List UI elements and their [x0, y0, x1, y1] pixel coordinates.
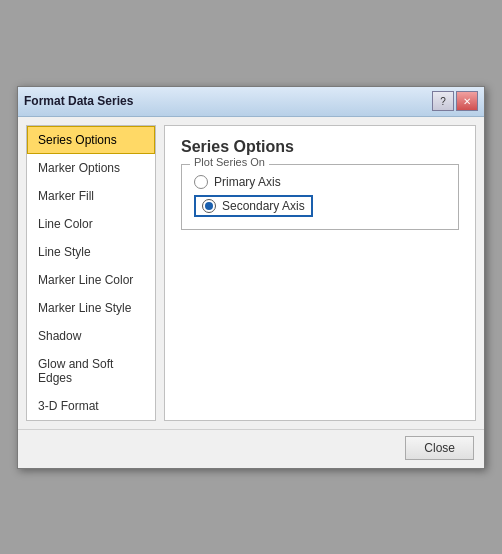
right-content-panel: Series Options Plot Series On Primary Ax…: [164, 125, 476, 421]
title-bar-buttons: ? ✕: [432, 91, 478, 111]
close-button[interactable]: Close: [405, 436, 474, 460]
dialog-footer: Close: [18, 429, 484, 468]
nav-item-line-style[interactable]: Line Style: [27, 238, 155, 266]
section-legend: Plot Series On: [190, 156, 269, 168]
secondary-axis-label: Secondary Axis: [222, 199, 305, 213]
primary-axis-radio[interactable]: [194, 175, 208, 189]
nav-item-series-options[interactable]: Series Options: [27, 126, 155, 154]
primary-axis-label: Primary Axis: [214, 175, 281, 189]
format-data-series-dialog: Format Data Series ? ✕ Series Options Ma…: [17, 86, 485, 469]
left-navigation-panel: Series Options Marker Options Marker Fil…: [26, 125, 156, 421]
dialog-body: Series Options Marker Options Marker Fil…: [18, 117, 484, 429]
panel-title: Series Options: [181, 138, 459, 156]
secondary-axis-option[interactable]: Secondary Axis: [194, 195, 446, 217]
title-bar: Format Data Series ? ✕: [18, 87, 484, 117]
title-close-button[interactable]: ✕: [456, 91, 478, 111]
plot-series-on-group: Plot Series On Primary Axis Secondary Ax…: [181, 164, 459, 230]
nav-item-glow-soft-edges[interactable]: Glow and Soft Edges: [27, 350, 155, 392]
nav-item-shadow[interactable]: Shadow: [27, 322, 155, 350]
nav-item-3d-format[interactable]: 3-D Format: [27, 392, 155, 420]
nav-item-marker-options[interactable]: Marker Options: [27, 154, 155, 182]
dialog-title: Format Data Series: [24, 94, 133, 108]
nav-item-line-color[interactable]: Line Color: [27, 210, 155, 238]
secondary-axis-selected-wrapper: Secondary Axis: [194, 195, 313, 217]
nav-item-marker-line-color[interactable]: Marker Line Color: [27, 266, 155, 294]
nav-item-marker-fill[interactable]: Marker Fill: [27, 182, 155, 210]
secondary-axis-radio[interactable]: [202, 199, 216, 213]
primary-axis-option[interactable]: Primary Axis: [194, 175, 446, 189]
help-button[interactable]: ?: [432, 91, 454, 111]
nav-item-marker-line-style[interactable]: Marker Line Style: [27, 294, 155, 322]
